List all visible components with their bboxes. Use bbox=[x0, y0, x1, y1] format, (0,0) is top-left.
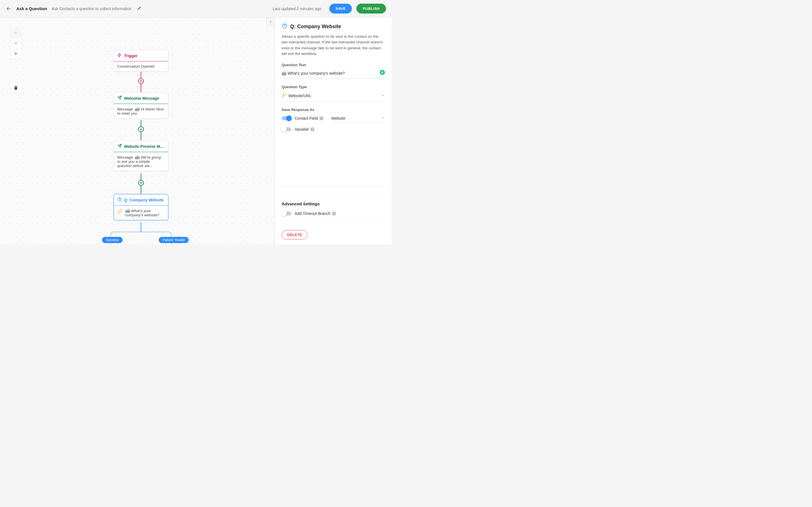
advanced-settings-title: Advanced Settings bbox=[282, 202, 385, 206]
chevron-down-icon bbox=[381, 93, 385, 98]
trigger-icon bbox=[117, 53, 122, 58]
contact-field-label: Contact Field ? bbox=[295, 116, 323, 121]
node-welcome-message[interactable]: Welcome Message Message: 🤖 Hi there! Nic… bbox=[114, 93, 168, 119]
branch-failure[interactable]: Failure: Invalid bbox=[159, 237, 189, 243]
help-icon[interactable]: ? bbox=[332, 212, 336, 216]
add-step-button[interactable]: + bbox=[138, 78, 144, 84]
panel-title: Q: Company Website bbox=[290, 24, 341, 30]
svg-point-0 bbox=[15, 53, 16, 54]
node-question-body: 🤖 What's your company's website? bbox=[114, 206, 168, 220]
question-text-input[interactable]: 🤖 What's your company's website? bbox=[282, 69, 385, 78]
edit-icon[interactable] bbox=[137, 6, 142, 11]
pan-tool-button[interactable] bbox=[11, 83, 21, 93]
node-question-title: Q: Company Website bbox=[124, 198, 164, 202]
side-panel: Q: Company Website Allows a specific que… bbox=[274, 17, 392, 244]
collapse-panel-button[interactable] bbox=[266, 17, 275, 26]
link-icon bbox=[117, 209, 122, 215]
send-icon bbox=[117, 96, 122, 101]
back-arrow-icon[interactable] bbox=[6, 6, 12, 12]
publish-button[interactable]: PUBLISH bbox=[356, 4, 386, 13]
page-subtitle: Ask Contacts a question to collect infor… bbox=[52, 6, 132, 11]
add-step-button[interactable]: + bbox=[138, 126, 144, 132]
node-welcome-title: Welcome Message bbox=[124, 96, 159, 101]
variable-label: Variable ? bbox=[295, 127, 314, 131]
recenter-button[interactable] bbox=[11, 48, 21, 59]
question-type-select[interactable]: Website/URL bbox=[282, 91, 385, 101]
add-step-button[interactable]: + bbox=[138, 180, 144, 186]
node-trigger-title: Trigger bbox=[124, 54, 137, 58]
save-button[interactable]: SAVE bbox=[329, 4, 352, 13]
timeout-toggle[interactable] bbox=[282, 212, 291, 216]
node-trigger-body: Conversation Opened bbox=[114, 61, 168, 71]
variable-toggle[interactable] bbox=[282, 127, 291, 131]
panel-description: Allows a specific question to be sent to… bbox=[282, 34, 385, 57]
workflow-canvas[interactable]: + − Trigger Conversation Opened + bbox=[0, 17, 274, 244]
last-updated-text: Last updated 2 minutes ago bbox=[273, 6, 321, 11]
node-question-company-website[interactable]: Q: Company Website 🤖 What's your company… bbox=[114, 194, 168, 220]
node-welcome-body: Message: 🤖 Hi there! Nice to meet you bbox=[114, 104, 168, 118]
save-response-label: Save Response As bbox=[282, 108, 385, 112]
help-icon[interactable]: ? bbox=[319, 116, 323, 120]
connector bbox=[141, 222, 141, 232]
question-icon bbox=[117, 197, 122, 203]
zoom-controls: + − bbox=[11, 28, 21, 59]
zoom-out-button[interactable]: − bbox=[11, 38, 21, 48]
contact-field-toggle[interactable] bbox=[282, 116, 291, 120]
grammarly-icon[interactable]: G bbox=[380, 70, 385, 75]
zoom-in-button[interactable]: + bbox=[11, 28, 21, 38]
help-icon[interactable]: ? bbox=[310, 127, 314, 131]
node-trigger[interactable]: Trigger Conversation Opened bbox=[114, 50, 168, 71]
chevron-down-icon bbox=[381, 116, 385, 121]
link-icon bbox=[282, 93, 286, 98]
contact-field-select[interactable]: Website bbox=[331, 114, 385, 122]
question-text-label: Question Text bbox=[282, 63, 385, 67]
branch-success[interactable]: Success bbox=[102, 237, 123, 243]
question-icon bbox=[282, 23, 287, 30]
node-premise-body: Message: 🤖 We're going to ask you a simp… bbox=[114, 152, 168, 171]
send-icon bbox=[117, 144, 122, 149]
delete-button[interactable]: DELETE bbox=[282, 230, 308, 239]
question-type-label: Question Type bbox=[282, 85, 385, 89]
node-website-premise[interactable]: Website Premise Messa… Message: 🤖 We're … bbox=[114, 140, 168, 171]
page-title: Ask a Question bbox=[16, 6, 47, 11]
top-bar: Ask a Question Ask Contacts a question t… bbox=[0, 0, 392, 17]
node-premise-title: Website Premise Messa… bbox=[124, 144, 165, 149]
timeout-label: Add Timeout Branch ? bbox=[295, 211, 336, 216]
